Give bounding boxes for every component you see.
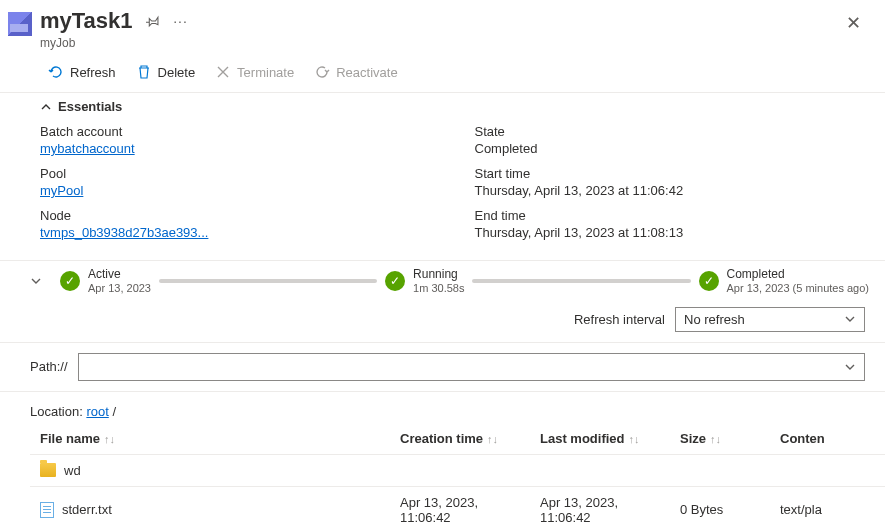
- stage-active: ✓ Active Apr 13, 2023: [60, 267, 151, 295]
- batch-account-label: Batch account: [40, 124, 435, 139]
- end-time-value: Thursday, April 13, 2023 at 11:08:13: [475, 225, 870, 240]
- refresh-icon: [48, 64, 64, 80]
- stage-running-sub: 1m 30.58s: [413, 282, 464, 295]
- reactivate-icon: [314, 64, 330, 80]
- file-name: wd: [64, 463, 81, 478]
- reactivate-label: Reactivate: [336, 65, 397, 80]
- stage-running: ✓ Running 1m 30.58s: [385, 267, 464, 295]
- node-label: Node: [40, 208, 435, 223]
- trash-icon: [136, 64, 152, 80]
- pool-link[interactable]: myPool: [40, 183, 83, 198]
- pool-label: Pool: [40, 166, 435, 181]
- timeline-bar: [472, 279, 690, 283]
- chevron-up-icon: [40, 101, 52, 113]
- col-last-modified[interactable]: Last modified↑↓: [530, 423, 670, 455]
- path-input[interactable]: [78, 353, 865, 381]
- location-root-link[interactable]: root: [86, 404, 108, 419]
- stage-completed-sub: Apr 13, 2023 (5 minutes ago): [727, 282, 869, 295]
- path-label: Path://: [30, 359, 68, 374]
- delete-button[interactable]: Delete: [128, 60, 204, 84]
- batch-account-link[interactable]: mybatchaccount: [40, 141, 135, 156]
- file-icon: [40, 502, 54, 518]
- cell-content: [770, 454, 885, 486]
- files-table: File name↑↓ Creation time↑↓ Last modifie…: [30, 423, 885, 523]
- terminate-label: Terminate: [237, 65, 294, 80]
- check-icon: ✓: [60, 271, 80, 291]
- stage-running-title: Running: [413, 267, 464, 281]
- location-prefix: Location:: [30, 404, 86, 419]
- sort-icon[interactable]: ↑↓: [104, 433, 115, 445]
- cell-creation: [390, 454, 530, 486]
- start-time-value: Thursday, April 13, 2023 at 11:06:42: [475, 183, 870, 198]
- refresh-interval-label: Refresh interval: [574, 312, 665, 327]
- refresh-button[interactable]: Refresh: [40, 60, 124, 84]
- table-row[interactable]: stderr.txtApr 13, 2023, 11:06:42Apr 13, …: [30, 486, 885, 523]
- col-size[interactable]: Size↑↓: [670, 423, 770, 455]
- sort-icon[interactable]: ↑↓: [629, 433, 640, 445]
- start-time-label: Start time: [475, 166, 870, 181]
- cell-content: text/pla: [770, 486, 885, 523]
- timeline-toggle[interactable]: [30, 275, 52, 287]
- node-link[interactable]: tvmps_0b3938d27b3ae393...: [40, 225, 208, 240]
- location-suffix: /: [109, 404, 116, 419]
- end-time-label: End time: [475, 208, 870, 223]
- toolbar: Refresh Delete Terminate Reactivate: [0, 50, 885, 92]
- cell-modified: Apr 13, 2023, 11:06:42: [530, 486, 670, 523]
- cell-size: 0 Bytes: [670, 486, 770, 523]
- timeline-bar: [159, 279, 377, 283]
- pin-icon[interactable]: [145, 13, 161, 29]
- refresh-label: Refresh: [70, 65, 116, 80]
- stage-active-sub: Apr 13, 2023: [88, 282, 151, 295]
- state-value: Completed: [475, 141, 870, 156]
- col-creation-time[interactable]: Creation time↑↓: [390, 423, 530, 455]
- cell-modified: [530, 454, 670, 486]
- sort-icon[interactable]: ↑↓: [487, 433, 498, 445]
- chevron-down-icon: [844, 361, 856, 373]
- cell-creation: Apr 13, 2023, 11:06:42: [390, 486, 530, 523]
- location-breadcrumb: Location: root /: [0, 392, 885, 423]
- terminate-icon: [215, 64, 231, 80]
- task-icon: [8, 12, 32, 36]
- col-file-name[interactable]: File name↑↓: [30, 423, 390, 455]
- refresh-interval-select[interactable]: No refresh: [675, 307, 865, 332]
- reactivate-button: Reactivate: [306, 60, 405, 84]
- stage-completed: ✓ Completed Apr 13, 2023 (5 minutes ago): [699, 267, 869, 295]
- folder-icon: [40, 463, 56, 477]
- terminate-button: Terminate: [207, 60, 302, 84]
- state-label: State: [475, 124, 870, 139]
- stage-completed-title: Completed: [727, 267, 869, 281]
- refresh-interval-value: No refresh: [684, 312, 745, 327]
- sort-icon[interactable]: ↑↓: [710, 433, 721, 445]
- essentials-heading: Essentials: [58, 99, 122, 114]
- chevron-down-icon: [844, 313, 856, 325]
- check-icon: ✓: [385, 271, 405, 291]
- stage-active-title: Active: [88, 267, 151, 281]
- table-row[interactable]: wd: [30, 454, 885, 486]
- more-icon[interactable]: ···: [173, 13, 189, 29]
- check-icon: ✓: [699, 271, 719, 291]
- close-button[interactable]: ✕: [838, 8, 869, 38]
- cell-size: [670, 454, 770, 486]
- delete-label: Delete: [158, 65, 196, 80]
- page-subtitle: myJob: [40, 36, 838, 50]
- file-name: stderr.txt: [62, 502, 112, 517]
- essentials-toggle[interactable]: Essentials: [0, 92, 885, 120]
- page-title: myTask1: [40, 8, 133, 34]
- col-content[interactable]: Conten: [770, 423, 885, 455]
